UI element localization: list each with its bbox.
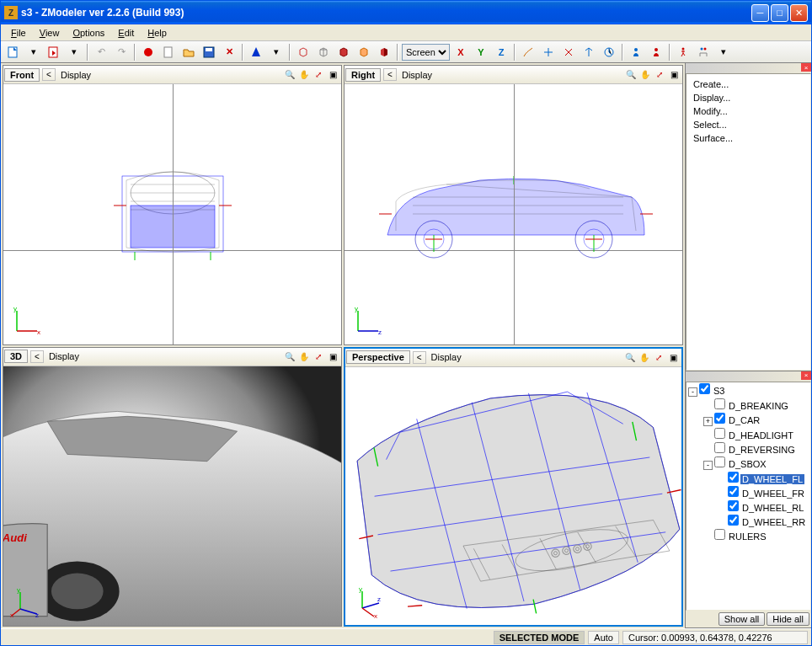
tree-checkbox[interactable] — [714, 456, 725, 467]
tree-label[interactable]: D_WHEEL_FR — [740, 489, 806, 499]
redo-icon[interactable]: ↷ — [112, 43, 131, 61]
display-arrow-button[interactable]: < — [42, 68, 56, 81]
display-menu[interactable]: Display — [426, 350, 623, 364]
tree-label[interactable]: D_SBOX — [727, 459, 768, 469]
display-menu[interactable]: Display — [44, 350, 283, 363]
display-arrow-button[interactable]: < — [30, 350, 44, 363]
dropdown-icon[interactable]: ▾ — [65, 43, 83, 61]
delete-icon[interactable]: ✕ — [220, 43, 238, 61]
tree-checkbox[interactable] — [728, 515, 739, 526]
tool-icon[interactable] — [600, 43, 618, 61]
viewport-perspective[interactable]: Perspective < Display 🔍 ✋ ⤢ ▣ — [344, 347, 683, 627]
tree-checkbox[interactable] — [714, 428, 725, 439]
tree-label[interactable]: D_WHEEL_RL — [740, 503, 805, 513]
person-icon[interactable] — [627, 43, 645, 61]
tree-item[interactable]: D_WHEEL_FR — [686, 485, 810, 499]
menu-view[interactable]: View — [33, 26, 67, 40]
cube-shade-icon[interactable] — [375, 43, 393, 61]
display-arrow-button[interactable]: < — [413, 351, 426, 364]
menu-edit[interactable]: Edit — [111, 26, 141, 40]
zoom-icon[interactable]: 🔍 — [623, 350, 637, 364]
tree-label[interactable]: D_WHEEL_FL — [740, 474, 804, 484]
display-arrow-button[interactable]: < — [383, 68, 397, 81]
tree-item[interactable]: D_HEADLIGHT — [686, 427, 810, 441]
tree-checkbox[interactable] — [714, 413, 725, 424]
tree-item[interactable]: D_REVERSING — [686, 441, 810, 456]
viewport-canvas-3d[interactable]: Audi y z x — [3, 366, 341, 627]
tool-icon[interactable] — [519, 43, 537, 61]
tree-checkbox[interactable] — [728, 500, 739, 511]
dropdown-icon[interactable]: ▾ — [24, 43, 43, 61]
tree-checkbox[interactable] — [728, 486, 739, 497]
viewport-front[interactable]: Front < Display 🔍 ✋ ⤢ ▣ — [3, 65, 342, 345]
zoom-icon[interactable]: 🔍 — [283, 350, 296, 363]
command-create[interactable]: Create... — [690, 77, 807, 91]
viewport-label-perspective[interactable]: Perspective — [346, 350, 410, 364]
scene-tree[interactable]: -S3 D_BREAKING+D_CARD_HEADLIGHTD_REVERSI… — [686, 382, 811, 611]
viewport-label-front[interactable]: Front — [4, 68, 40, 82]
command-select[interactable]: Select... — [690, 118, 807, 131]
pan-icon[interactable]: ✋ — [638, 350, 651, 364]
menu-help[interactable]: Help — [141, 26, 174, 40]
cube-face-icon[interactable] — [355, 43, 373, 61]
pan-icon[interactable]: ✋ — [297, 350, 311, 363]
close-icon[interactable]: ▣ — [667, 68, 681, 82]
open-icon[interactable] — [179, 43, 198, 61]
axis-y-button[interactable]: Y — [472, 43, 490, 61]
coordinate-select[interactable]: Screen — [402, 44, 450, 61]
panel-close-icon[interactable]: × — [801, 371, 811, 380]
viewport-label-right[interactable]: Right — [345, 68, 381, 82]
cube-icon[interactable] — [294, 43, 313, 61]
tree-item[interactable]: D_BREAKING — [686, 398, 810, 412]
menu-file[interactable]: File — [4, 26, 33, 40]
tree-item[interactable]: RULERS — [686, 528, 810, 542]
command-surface[interactable]: Surface... — [690, 131, 807, 145]
tree-root[interactable]: -S3 — [686, 382, 810, 398]
tree-item[interactable]: D_WHEEL_RR — [686, 514, 810, 528]
person-red-icon[interactable] — [647, 43, 665, 61]
maximize-icon[interactable]: ⤢ — [312, 68, 325, 82]
tree-item[interactable]: D_WHEEL_RL — [686, 499, 810, 514]
show-all-button[interactable]: Show all — [719, 612, 766, 626]
viewport-canvas-perspective[interactable]: ⊚⊚⊚⊚ y z x — [345, 367, 681, 626]
command-modify[interactable]: Modify... — [690, 104, 807, 118]
close-icon[interactable]: ▣ — [326, 68, 339, 82]
page-icon[interactable] — [159, 43, 178, 61]
expand-icon[interactable]: - — [688, 387, 697, 397]
dropdown-icon[interactable]: ▾ — [267, 43, 286, 61]
tree-checkbox[interactable] — [728, 472, 739, 483]
group-icon[interactable] — [694, 43, 713, 61]
maximize-icon[interactable]: ⤢ — [652, 350, 665, 364]
maximize-icon[interactable]: ⤢ — [312, 350, 325, 363]
viewport-right[interactable]: Right < Display 🔍 ✋ ⤢ ▣ — [344, 65, 683, 345]
zoom-icon[interactable]: 🔍 — [283, 68, 296, 82]
hide-all-button[interactable]: Hide all — [767, 612, 809, 626]
import-icon[interactable] — [45, 43, 63, 61]
axis-x-button[interactable]: X — [451, 43, 470, 61]
viewport-canvas-front[interactable]: y x — [3, 84, 341, 344]
cone-icon[interactable] — [247, 43, 265, 61]
tree-label[interactable]: D_HEADLIGHT — [727, 430, 795, 440]
expand-icon[interactable]: - — [703, 461, 713, 470]
close-icon[interactable]: ▣ — [666, 350, 680, 364]
viewport-3d[interactable]: 3D < Display 🔍 ✋ ⤢ ▣ — [3, 347, 342, 627]
axis-z-button[interactable]: Z — [492, 43, 510, 61]
status-mode[interactable]: SELECTED MODE — [494, 631, 585, 644]
walk-icon[interactable] — [674, 43, 692, 61]
cube-wire-icon[interactable] — [314, 43, 333, 61]
tree-label[interactable]: RULERS — [727, 531, 768, 542]
record-icon[interactable] — [139, 43, 158, 61]
tool-icon[interactable] — [559, 43, 578, 61]
display-menu[interactable]: Display — [397, 68, 624, 82]
tree-checkbox[interactable] — [699, 383, 710, 394]
pan-icon[interactable]: ✋ — [638, 68, 652, 82]
close-button[interactable]: ✕ — [790, 4, 808, 22]
minimize-button[interactable]: ─ — [751, 4, 769, 22]
status-auto[interactable]: Auto — [588, 631, 619, 644]
cube-solid-icon[interactable] — [334, 43, 353, 61]
zoom-icon[interactable]: 🔍 — [624, 68, 638, 82]
display-menu[interactable]: Display — [56, 68, 283, 82]
pan-icon[interactable]: ✋ — [297, 68, 311, 82]
tool-icon[interactable] — [580, 43, 598, 61]
menu-options[interactable]: Options — [66, 26, 111, 40]
